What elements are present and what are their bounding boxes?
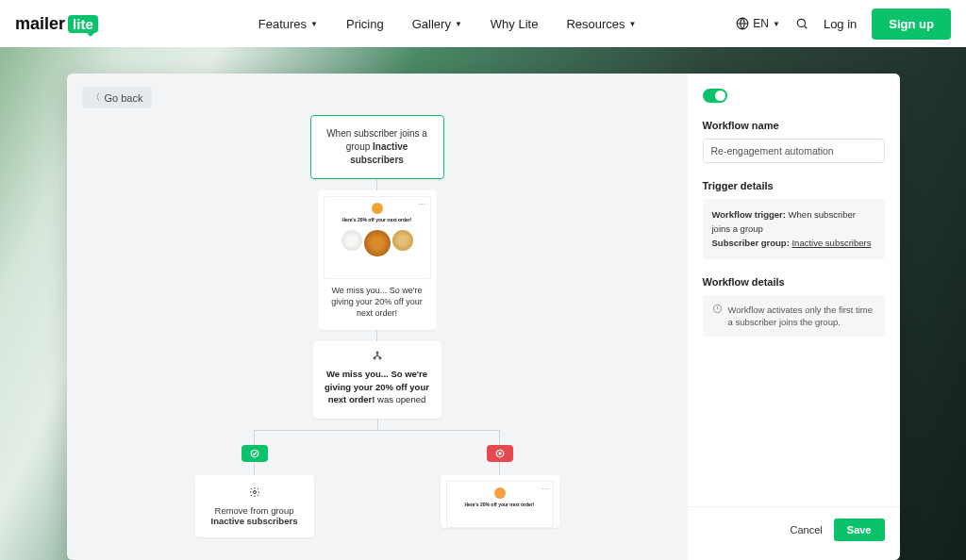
go-back-button[interactable]: 〈 Go back: [82, 87, 153, 108]
condition-node[interactable]: We miss you... So we're giving your 20% …: [313, 341, 441, 419]
food-image-icon: [364, 230, 391, 256]
save-button[interactable]: Save: [834, 519, 885, 541]
signup-button[interactable]: Sign up: [872, 8, 951, 40]
condition-text: We miss you... So we're giving your 20% …: [323, 368, 432, 405]
nav-right: EN ▼ Log in Sign up: [736, 8, 951, 40]
branch-yes: Remove from groupInactive subscribers: [189, 430, 321, 537]
heading-workflow-name: Workflow name: [703, 120, 885, 131]
connector: [255, 430, 500, 431]
action-node-remove[interactable]: Remove from groupInactive subscribers: [195, 475, 314, 537]
nav-resources[interactable]: Resources▼: [566, 17, 636, 31]
email-preview-header: Here's 20% off your next order!: [325, 217, 430, 222]
globe-icon: [736, 17, 749, 30]
brand-logo[interactable]: mailerlite: [15, 14, 98, 34]
connector: [377, 419, 378, 430]
email-caption: We miss you... So we're giving your 20% …: [324, 285, 431, 319]
svg-point-1: [797, 19, 805, 26]
condition-icon: [323, 351, 432, 362]
stage-background: 〈 Go back When subscriber joins a group …: [0, 47, 966, 560]
trigger-details-box: Workflow trigger: When subscriber joins …: [703, 199, 885, 259]
workflow-name-input[interactable]: [703, 139, 885, 163]
heading-trigger-details: Trigger details: [703, 180, 885, 191]
app-window: 〈 Go back When subscriber joins a group …: [67, 74, 900, 560]
brand-text-a: mailer: [15, 14, 65, 34]
branch-no: ⋯ Here's 20% off your next order!: [434, 430, 566, 537]
check-circle-icon: [250, 449, 259, 458]
split-branches: Remove from groupInactive subscribers: [208, 430, 547, 537]
no-pill[interactable]: [487, 445, 513, 462]
brand-mark-icon: [372, 203, 383, 214]
nav-features[interactable]: Features▼: [258, 17, 318, 31]
top-nav: mailerlite Features▼ Pricing Gallery▼ Wh…: [0, 0, 966, 47]
svg-point-3: [374, 357, 375, 359]
workflow-info-box: Workflow activates only the first time a…: [703, 295, 885, 338]
subscriber-group-link[interactable]: Inactive subscribers: [791, 238, 871, 248]
chevron-left-icon: 〈: [92, 91, 100, 104]
trigger-node[interactable]: When subscriber joins a group Inactive s…: [310, 115, 444, 179]
email-preview: ⋯ Here's 20% off your next order!: [324, 196, 431, 279]
brand-mark-icon: [494, 487, 506, 499]
language-selector[interactable]: EN ▼: [736, 17, 780, 30]
workflow-active-toggle[interactable]: [703, 89, 727, 103]
food-image-icon: [392, 230, 413, 251]
heading-workflow-details: Workflow details: [703, 276, 885, 288]
workflow-canvas[interactable]: 〈 Go back When subscriber joins a group …: [67, 74, 688, 560]
more-icon[interactable]: ⋯: [418, 200, 426, 208]
email-preview-header: Here's 20% off your next order!: [447, 502, 553, 507]
connector: [254, 430, 255, 445]
gear-icon: [203, 486, 307, 500]
settings-panel: Workflow name Trigger details Workflow t…: [688, 74, 900, 560]
nav-pricing[interactable]: Pricing: [346, 17, 384, 31]
cancel-button[interactable]: Cancel: [791, 524, 823, 535]
workflow-flow: When subscriber joins a group Inactive s…: [67, 115, 688, 537]
nav-center: Features▼ Pricing Gallery▼ Why Lite Reso…: [258, 17, 637, 31]
yes-pill[interactable]: [242, 445, 268, 462]
connector: [499, 430, 500, 445]
email-node[interactable]: ⋯ Here's 20% off your next order! We mis…: [318, 190, 437, 330]
connector: [254, 462, 255, 475]
connector: [376, 179, 377, 190]
chevron-down-icon: ▼: [310, 20, 318, 28]
connector: [376, 330, 377, 341]
connector: [499, 462, 500, 475]
nav-gallery[interactable]: Gallery▼: [412, 17, 462, 31]
panel-footer: Cancel Save: [688, 506, 900, 545]
chevron-down-icon: ▼: [629, 20, 637, 28]
action-label: Remove from groupInactive subscribers: [203, 505, 307, 526]
clock-icon: [712, 304, 723, 314]
svg-point-6: [253, 491, 256, 494]
email-preview: ⋯ Here's 20% off your next order!: [446, 481, 554, 528]
email-node-no-branch[interactable]: ⋯ Here's 20% off your next order!: [441, 475, 559, 528]
more-icon[interactable]: ⋯: [541, 485, 549, 493]
chevron-down-icon: ▼: [773, 20, 780, 28]
search-icon[interactable]: [795, 17, 808, 30]
brand-badge: lite: [68, 15, 98, 33]
trigger-text: When subscriber joins a group Inactive s…: [326, 128, 427, 165]
svg-point-2: [376, 352, 378, 354]
chevron-down-icon: ▼: [455, 20, 462, 28]
login-link[interactable]: Log in: [824, 17, 857, 31]
food-image-icon: [341, 230, 362, 251]
close-circle-icon: [495, 449, 505, 458]
nav-whylite[interactable]: Why Lite: [491, 17, 539, 31]
svg-point-4: [379, 357, 381, 359]
